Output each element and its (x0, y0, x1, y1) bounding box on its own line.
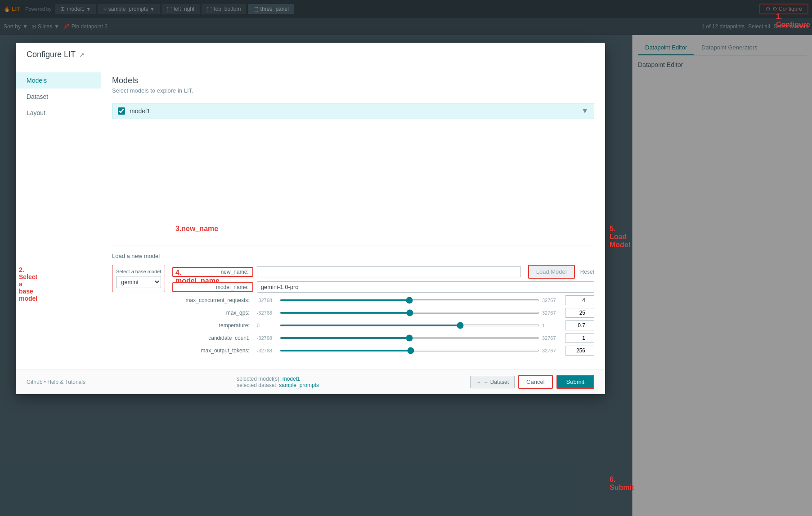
param-row-max-output-tokens: max_output_tokens: -32768 32767 (172, 346, 594, 356)
load-new-model-title: Load a new model (112, 253, 594, 259)
modal-header: Configure LIT ↗ (16, 43, 605, 65)
section-title: Models (112, 76, 594, 85)
range-min: -32768 (257, 298, 277, 303)
dataset-button[interactable]: → → Dataset (470, 376, 515, 388)
modal-content-area: Models Select models to explore in LIT. … (101, 65, 605, 369)
max-qps-range-container: -32768 32767 (257, 308, 594, 318)
param-label-new-name: new_name: (172, 267, 253, 277)
candidate-count-input[interactable] (565, 333, 594, 343)
model-name-input[interactable] (257, 281, 594, 293)
footer-info: selected model(s): model1 selected datas… (237, 376, 319, 388)
max-concurrent-slider[interactable] (280, 299, 539, 301)
model-expand-icon[interactable]: ▼ (581, 107, 588, 115)
params-section: new_name: Load Model Reset (172, 265, 594, 358)
max-concurrent-range-container: -32768 32767 (257, 295, 594, 305)
load-model-form: Select a base model gemini new_name: (112, 265, 594, 358)
param-label-temperature: temperature: (172, 322, 253, 329)
configure-modal: Configure LIT ↗ Models Dataset Layout Mo… (16, 43, 605, 394)
base-model-select[interactable]: gemini (116, 276, 161, 288)
submit-button[interactable]: Submit (556, 375, 594, 389)
candidate-count-slider[interactable] (280, 337, 539, 339)
temperature-slider[interactable] (280, 325, 539, 326)
selected-dataset-info: selected dataset: sample_prompts (237, 382, 319, 388)
model-checkbox[interactable] (118, 107, 125, 115)
range-min: 0 (257, 323, 277, 328)
temperature-input[interactable] (565, 320, 594, 330)
model-list-item: model1 ▼ (112, 103, 594, 119)
range-min: -32768 (257, 335, 277, 341)
modal-body: Models Dataset Layout Models Select mode… (16, 65, 605, 369)
modal-title: Configure LIT (27, 50, 76, 59)
max-qps-input[interactable] (565, 308, 594, 318)
github-link[interactable]: Github (27, 379, 42, 385)
modal-footer: Github • Help & Tutorials selected model… (16, 369, 605, 394)
base-model-section: Select a base model gemini (112, 265, 165, 292)
content-spacer (112, 123, 594, 240)
range-max: 32767 (542, 335, 562, 341)
footer-links: Github • Help & Tutorials (27, 379, 85, 385)
selected-models-info: selected model(s): model1 (237, 376, 319, 382)
footer-actions: → → Dataset Cancel Submit (470, 375, 594, 389)
range-max: 32767 (542, 298, 562, 303)
range-max: 1 (542, 323, 562, 328)
footer-separator: • (44, 379, 46, 385)
help-link[interactable]: Help & Tutorials (47, 379, 85, 385)
reset-button[interactable]: Reset (580, 269, 594, 275)
range-min: -32768 (257, 348, 277, 353)
param-row-max-qps: max_qps: -32768 32767 (172, 308, 594, 318)
selected-dataset-link[interactable]: sample_prompts (279, 382, 319, 388)
new-name-input[interactable] (257, 266, 521, 277)
sidebar-item-dataset[interactable]: Dataset (16, 89, 101, 105)
max-output-tokens-input[interactable] (565, 346, 594, 356)
range-max: 32767 (542, 310, 562, 316)
range-max: 32767 (542, 348, 562, 353)
max-output-tokens-range-container: -32768 32767 (257, 346, 594, 356)
max-output-tokens-slider[interactable] (280, 350, 539, 351)
model-name-label: model1 (130, 107, 577, 115)
max-qps-slider[interactable] (280, 312, 539, 314)
temperature-range-container: 0 1 (257, 320, 594, 330)
load-new-model-section: Load a new model Select a base model gem… (112, 245, 594, 358)
sidebar-item-models[interactable]: Models (16, 72, 101, 89)
arrow-right-icon: → (476, 379, 481, 385)
base-model-wrapper: Select a base model gemini (112, 265, 169, 292)
range-min: -32768 (257, 310, 277, 316)
base-model-label: Select a base model (116, 269, 161, 274)
candidate-count-range-container: -32768 32767 (257, 333, 594, 343)
sidebar-item-layout[interactable]: Layout (16, 105, 101, 121)
max-concurrent-input[interactable] (565, 295, 594, 305)
param-row-temperature: temperature: 0 1 (172, 320, 594, 330)
section-subtitle: Select models to explore in LIT. (112, 87, 594, 94)
param-label-model-name: model_name: (172, 282, 253, 292)
modal-sidebar: Models Dataset Layout (16, 65, 101, 369)
param-label-max-output-tokens: max_output_tokens: (172, 347, 253, 354)
selected-model-link[interactable]: model1 (283, 376, 300, 382)
external-link-icon[interactable]: ↗ (79, 51, 85, 58)
param-label-max-concurrent: max_concurrent_requests: (172, 297, 253, 303)
param-row-new-name: new_name: Load Model Reset (172, 265, 594, 279)
param-row-candidate-count: candidate_count: -32768 32767 (172, 333, 594, 343)
cancel-button[interactable]: Cancel (518, 375, 552, 389)
param-row-model-name: model_name: (172, 281, 594, 293)
param-row-max-concurrent: max_concurrent_requests: -32768 32767 (172, 295, 594, 305)
param-label-candidate-count: candidate_count: (172, 335, 253, 341)
param-label-max-qps: max_qps: (172, 310, 253, 316)
load-model-button[interactable]: Load Model (528, 265, 575, 279)
